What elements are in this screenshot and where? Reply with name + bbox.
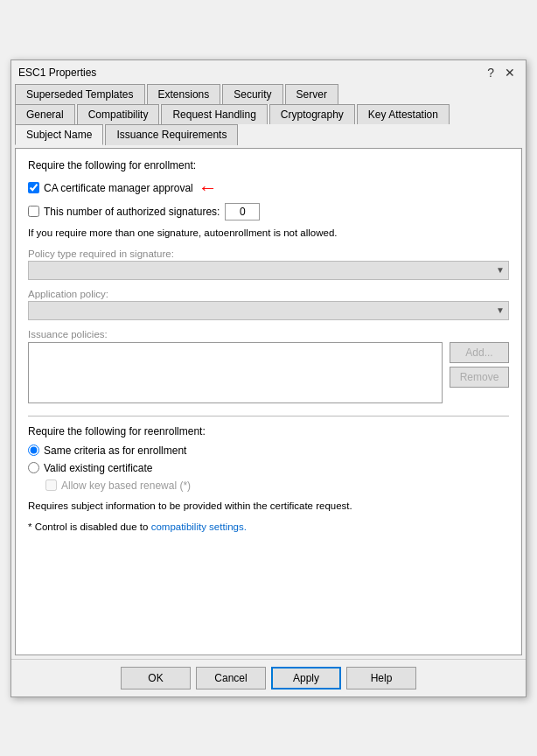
tab-superseded-templates[interactable]: Superseded Templates — [15, 84, 145, 104]
enrollment-section-label: Require the following for enrollment: — [28, 159, 509, 172]
tab-cryptography[interactable]: Cryptography — [269, 104, 355, 124]
dialog-title: ESC1 Properties — [18, 66, 96, 79]
tab-issuance-requirements[interactable]: Issuance Requirements — [105, 124, 238, 145]
auth-signatures-input[interactable] — [225, 203, 260, 220]
dropdown-arrow-icon2: ▼ — [496, 305, 505, 315]
same-criteria-label: Same criteria as for enrollment — [44, 444, 186, 457]
arrow-container: ← — [199, 178, 218, 198]
auth-signatures-row: This number of authorized signatures: — [28, 203, 509, 220]
dropdown-arrow-icon: ▼ — [496, 265, 505, 275]
compat-note: * Control is disabled due to compatibili… — [28, 522, 509, 532]
allow-key-renewal-row: Allow key based renewal (*) — [45, 480, 509, 492]
application-policy-label: Application policy: — [28, 289, 509, 299]
valid-cert-row: Valid existing certificate — [28, 462, 509, 474]
dialog-window: ESC1 Properties ? ✕ Superseded Templates… — [10, 60, 527, 697]
compat-settings-link[interactable]: compatibility settings. — [151, 522, 247, 532]
compat-note-text: * Control is disabled due to — [28, 522, 148, 532]
valid-cert-radio[interactable] — [28, 462, 39, 473]
ca-approval-label: CA certificate manager approval — [44, 182, 193, 194]
application-policy-dropdown[interactable]: ▼ — [28, 301, 509, 320]
auth-signatures-label: This number of authorized signatures: — [44, 206, 220, 218]
ca-approval-checkbox[interactable] — [28, 182, 39, 193]
ca-approval-row: CA certificate manager approval ← — [28, 178, 509, 198]
auth-signatures-checkbox[interactable] — [28, 206, 39, 217]
policies-area: Add... Remove — [28, 342, 509, 403]
reenrollment-section-label: Require the following for reenrollment: — [28, 425, 509, 438]
tab-security[interactable]: Security — [222, 84, 282, 104]
allow-key-renewal-checkbox[interactable] — [45, 480, 57, 491]
section-divider — [28, 416, 509, 416]
bottom-buttons: OK Cancel Apply Help — [11, 659, 526, 696]
tab-key-attestation[interactable]: Key Attestation — [357, 104, 450, 124]
issuance-policies-box — [28, 342, 443, 403]
tab-general[interactable]: General — [15, 104, 75, 124]
requires-text: Requires subject information to be provi… — [28, 499, 509, 513]
red-arrow-icon: ← — [199, 178, 218, 198]
help-button[interactable]: Help — [346, 667, 416, 690]
policy-type-dropdown[interactable]: ▼ — [28, 261, 509, 280]
content-area: Require the following for enrollment: CA… — [15, 148, 522, 655]
add-policy-button[interactable]: Add... — [450, 342, 509, 363]
policies-buttons: Add... Remove — [450, 342, 509, 403]
title-bar: ESC1 Properties ? ✕ — [11, 60, 526, 83]
close-title-button[interactable]: ✕ — [501, 66, 519, 80]
help-title-button[interactable]: ? — [484, 66, 498, 80]
same-criteria-row: Same criteria as for enrollment — [28, 444, 509, 457]
info-text: If you require more than one signature, … — [28, 228, 509, 238]
policy-type-label: Policy type required in signature: — [28, 248, 509, 259]
tabs-row1: Superseded Templates Extensions Security… — [11, 83, 526, 144]
valid-cert-label: Valid existing certificate — [44, 462, 153, 474]
tab-subject-name[interactable]: Subject Name — [15, 124, 103, 145]
ok-button[interactable]: OK — [121, 667, 191, 690]
title-bar-buttons: ? ✕ — [484, 66, 519, 80]
same-criteria-radio[interactable] — [28, 444, 39, 456]
tab-compatibility[interactable]: Compatibility — [77, 104, 160, 124]
tab-request-handling[interactable]: Request Handling — [161, 104, 267, 124]
apply-button[interactable]: Apply — [271, 667, 341, 690]
remove-policy-button[interactable]: Remove — [450, 367, 509, 388]
issuance-policies-section: Issuance policies: Add... Remove — [28, 329, 509, 403]
allow-key-renewal-label: Allow key based renewal (*) — [61, 480, 191, 492]
tab-extensions[interactable]: Extensions — [147, 84, 221, 104]
tab-server[interactable]: Server — [285, 84, 338, 104]
issuance-policies-label: Issuance policies: — [28, 329, 509, 340]
cancel-button[interactable]: Cancel — [196, 667, 266, 690]
